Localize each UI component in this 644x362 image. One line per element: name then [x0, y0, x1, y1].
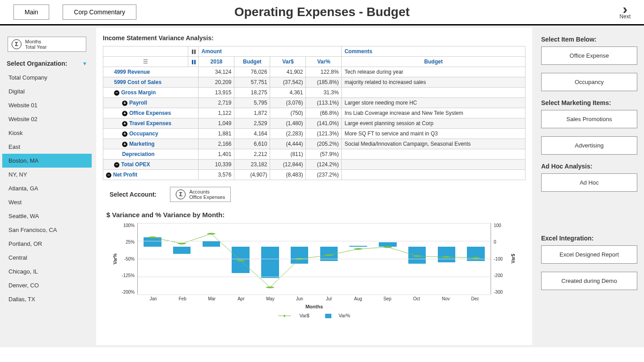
col-budget[interactable]: Budget	[234, 57, 270, 67]
cell-comment: majority related to increased sales	[342, 77, 525, 88]
y-tick-right: -200	[494, 273, 510, 278]
org-item[interactable]: NY, NY	[2, 168, 92, 181]
org-item[interactable]: Seattle, WA	[2, 209, 92, 223]
org-item[interactable]: Total Company	[2, 71, 92, 84]
cell-budget: 57,751	[234, 77, 270, 88]
svg-point-4	[266, 286, 274, 288]
col-var-pct[interactable]: Var%	[306, 57, 342, 67]
cell-var-dollar: (750)	[270, 108, 306, 118]
occupancy-button[interactable]: Occupancy	[541, 73, 637, 91]
org-item[interactable]: Chicago, IL	[2, 265, 92, 278]
period-line1: Months	[25, 39, 47, 44]
filter-icon[interactable]: ▼	[82, 61, 87, 66]
cell-2018: 10,339	[199, 160, 234, 170]
x-tick: Jun	[285, 295, 314, 301]
table-row[interactable]: 4999 Revenue34,12476,02641,902122.8%Tech…	[103, 67, 525, 77]
account-selector[interactable]: Σ Accounts Office Expenses	[170, 187, 231, 202]
cell-2018: 2,719	[199, 98, 234, 108]
cell-comment	[342, 170, 525, 180]
row-label: 5999 Cost of Sales	[114, 79, 161, 85]
corp-commentary-button[interactable]: Corp Commentary	[63, 4, 136, 20]
excel-report-button[interactable]: Excel Designed Report	[541, 245, 637, 264]
svg-point-10	[442, 256, 451, 258]
cell-budget: 2,212	[234, 149, 270, 160]
x-tick: Sep	[373, 295, 402, 301]
col-2018[interactable]: 2018	[199, 57, 234, 67]
table-row[interactable]: +Occupancy1,8814,164(2,283)(121.3%)More …	[103, 129, 525, 139]
column-pause-icon[interactable]: ❚❚	[188, 46, 199, 57]
cell-2018: 3,576	[199, 170, 234, 180]
svg-point-6	[325, 254, 333, 256]
org-item[interactable]: Digital	[2, 84, 92, 98]
y-tick-left: 25%	[119, 240, 135, 244]
table-row[interactable]: –Gross Margin13,91518,2754,36131.3%	[103, 88, 525, 98]
sales-promotions-button[interactable]: Sales Promotions	[541, 110, 637, 128]
cell-var-pct: (237.2%)	[306, 170, 342, 180]
org-item[interactable]: West	[2, 195, 92, 209]
org-item[interactable]: Kiosk	[2, 126, 92, 140]
org-item[interactable]: Denver, CO	[2, 278, 92, 292]
row-label: Payroll	[129, 100, 147, 106]
cell-2018: 20,209	[199, 77, 234, 88]
chart-legend: —●— Var$ Var%	[103, 313, 525, 318]
select-account-label: Select Account:	[103, 191, 157, 198]
plus-icon[interactable]: +	[122, 121, 127, 126]
org-item[interactable]: San Francisco, CA	[2, 223, 92, 237]
plus-icon[interactable]: +	[122, 131, 127, 137]
x-tick: Jul	[314, 295, 343, 301]
cell-var-dollar: (3,076)	[270, 98, 306, 108]
org-item[interactable]: Atlanta, GA	[2, 181, 92, 195]
table-row[interactable]: –Total OPEX10,33923,182(12,844)(124.2%)	[103, 160, 525, 170]
org-item[interactable]: Website 01	[2, 98, 92, 112]
y-tick-right: 0	[494, 240, 510, 244]
col-var-dollar[interactable]: Var$	[270, 57, 306, 67]
plus-icon[interactable]: +	[122, 101, 127, 106]
y-axis-left-label: Var%	[112, 253, 119, 264]
org-item[interactable]: Central	[2, 251, 92, 265]
org-item[interactable]: Boston, MA	[2, 154, 92, 168]
cell-var-pct: 122.8%	[306, 67, 342, 77]
minus-icon[interactable]: –	[114, 90, 119, 96]
table-row[interactable]: +Travel Expenses1,0492,529(1,480)(141.0%…	[103, 118, 525, 129]
plus-icon[interactable]: +	[122, 142, 127, 147]
cell-var-dollar: 41,902	[270, 67, 306, 77]
main-button[interactable]: Main	[13, 4, 49, 20]
plus-icon[interactable]: +	[122, 111, 127, 116]
table-row[interactable]: +Marketing2,1666,610(4,444)(205.2%)Socia…	[103, 139, 525, 149]
minus-icon[interactable]: –	[114, 162, 119, 168]
org-item[interactable]: Website 02	[2, 112, 92, 126]
period-selector[interactable]: Σ Months Total Year	[8, 37, 86, 52]
org-item[interactable]: Portland, OR	[2, 237, 92, 251]
advertising-button[interactable]: Advertising	[541, 136, 637, 155]
column-pause-icon-2[interactable]: ❚❚	[188, 57, 199, 67]
office-expense-button[interactable]: Office Expense	[541, 46, 637, 65]
minus-icon[interactable]: –	[106, 173, 111, 178]
cell-comment: Larger store needing more HC	[342, 98, 525, 108]
cell-2018: 2,166	[199, 139, 234, 149]
svg-point-7	[354, 248, 363, 250]
chart-title: $ Variance and % Variance by Month:	[106, 211, 525, 219]
menu-icon[interactable]: ☰	[143, 59, 148, 65]
org-item[interactable]: Dallas, TX	[2, 292, 92, 306]
next-nav[interactable]: › Next	[619, 4, 631, 20]
table-row[interactable]: 5999 Cost of Sales20,20957,751(37,542)(1…	[103, 77, 525, 88]
cell-var-pct: (185.8%)	[306, 77, 342, 88]
row-label: Gross Margin	[121, 89, 156, 96]
cell-budget: 18,275	[234, 88, 270, 98]
cell-var-pct: (121.3%)	[306, 129, 342, 139]
row-label: Marketing	[129, 141, 155, 147]
table-row[interactable]: +Office Expenses1,1221,872(750)(66.8%)In…	[103, 108, 525, 118]
cell-budget: 5,795	[234, 98, 270, 108]
cell-var-dollar: (37,542)	[270, 77, 306, 88]
svg-point-9	[413, 255, 421, 257]
cell-var-dollar: (8,483)	[270, 170, 306, 180]
table-row[interactable]: –Net Profit3,576(4,907)(8,483)(237.2%)	[103, 170, 525, 180]
table-row[interactable]: +Payroll2,7195,795(3,076)(113.1%)Larger …	[103, 98, 525, 108]
table-row[interactable]: Depreciation1,4012,212(811)(57.9%)	[103, 149, 525, 160]
org-item[interactable]: East	[2, 140, 92, 154]
adhoc-button[interactable]: Ad Hoc	[541, 173, 637, 192]
col-group-amount: Amount	[199, 46, 342, 57]
created-demo-button[interactable]: Created during Demo	[541, 272, 637, 290]
svg-point-0	[148, 236, 157, 238]
col-budget-comment[interactable]: Budget	[342, 57, 525, 67]
